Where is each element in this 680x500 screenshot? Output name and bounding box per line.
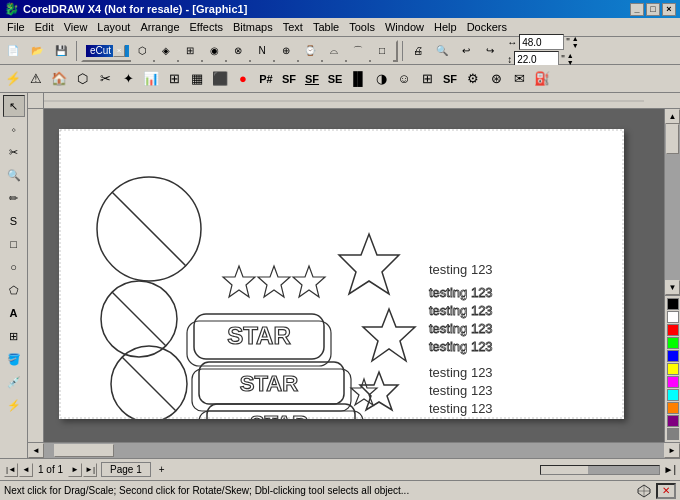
color-purple[interactable] — [667, 415, 679, 427]
tb-btn3[interactable]: 🏠 — [48, 68, 70, 90]
freehand-tool[interactable]: ✏ — [3, 187, 25, 209]
maximize-button[interactable]: □ — [646, 3, 660, 16]
add-page-button[interactable]: + — [159, 464, 165, 475]
x-up[interactable]: ▲ — [572, 35, 579, 42]
color-gray[interactable] — [667, 428, 679, 440]
ecut-btn10[interactable]: ⌒ — [347, 40, 369, 62]
rect-tool[interactable]: □ — [3, 233, 25, 255]
first-page-button[interactable]: |◄ — [4, 463, 18, 477]
tb-btn23[interactable]: ✉ — [508, 68, 530, 90]
tb-btn21[interactable]: ⚙ — [462, 68, 484, 90]
fill-tool[interactable]: 🪣 — [3, 348, 25, 370]
color-yellow[interactable] — [667, 363, 679, 375]
color-magenta[interactable] — [667, 376, 679, 388]
close-button[interactable]: × — [662, 3, 676, 16]
text-tool[interactable]: A — [3, 302, 25, 324]
menu-arrange[interactable]: Arrange — [135, 20, 184, 34]
menu-layout[interactable]: Layout — [92, 20, 135, 34]
y-up[interactable]: ▲ — [567, 52, 574, 59]
menu-help[interactable]: Help — [429, 20, 462, 34]
scroll-down-button[interactable]: ▼ — [665, 280, 680, 295]
menu-effects[interactable]: Effects — [185, 20, 228, 34]
node-tool[interactable]: ⬦ — [3, 118, 25, 140]
menu-bitmaps[interactable]: Bitmaps — [228, 20, 278, 34]
scroll-end[interactable]: ►| — [664, 464, 677, 475]
menu-edit[interactable]: Edit — [30, 20, 59, 34]
prev-page-button[interactable]: ◄ — [19, 463, 33, 477]
redo-btn[interactable]: ↪ — [479, 40, 501, 62]
tb-btn12[interactable]: P# — [255, 68, 277, 90]
zoom-tool[interactable]: 🔍 — [3, 164, 25, 186]
ellipse-tool[interactable]: ○ — [3, 256, 25, 278]
last-page-button[interactable]: ►| — [83, 463, 97, 477]
scroll-right-button[interactable]: ► — [664, 443, 680, 458]
next-page-button[interactable]: ► — [68, 463, 82, 477]
open-button[interactable]: 📂 — [26, 40, 48, 62]
tb-btn13[interactable]: SF — [278, 68, 300, 90]
menu-window[interactable]: Window — [380, 20, 429, 34]
tb-btn18[interactable]: ☺ — [393, 68, 415, 90]
ecut-btn7[interactable]: ⊕ — [275, 40, 297, 62]
tb-btn24[interactable]: ⛽ — [531, 68, 553, 90]
color-green[interactable] — [667, 337, 679, 349]
ecut-btn4[interactable]: ◉ — [203, 40, 225, 62]
ecut-btn3[interactable]: ⊞ — [179, 40, 201, 62]
tb-btn22[interactable]: ⊛ — [485, 68, 507, 90]
tb-btn20[interactable]: SF — [439, 68, 461, 90]
zoom-btn[interactable]: 🔍 — [431, 40, 453, 62]
color-blue[interactable] — [667, 350, 679, 362]
tb-btn17[interactable]: ◑ — [370, 68, 392, 90]
page-tab[interactable]: Page 1 — [101, 462, 151, 477]
color-orange[interactable] — [667, 402, 679, 414]
tb-btn7[interactable]: 📊 — [140, 68, 162, 90]
tb-btn8[interactable]: ⊞ — [163, 68, 185, 90]
color-cyan[interactable] — [667, 389, 679, 401]
polygon-tool[interactable]: ⬠ — [3, 279, 25, 301]
tb-btn19[interactable]: ⊞ — [416, 68, 438, 90]
new-button[interactable]: 📄 — [2, 40, 24, 62]
tb-btn4[interactable]: ⬡ — [71, 68, 93, 90]
ecut-btn1[interactable]: ⬡ — [131, 40, 153, 62]
save-button[interactable]: 💾 — [50, 40, 72, 62]
x-down[interactable]: ▼ — [572, 42, 579, 49]
minimize-button[interactable]: _ — [630, 3, 644, 16]
workspace[interactable]: STAR STAR STAR — [44, 109, 664, 442]
eyedrop-tool[interactable]: 💉 — [3, 371, 25, 393]
ecut-btn6[interactable]: N — [251, 40, 273, 62]
interactive-tool[interactable]: ⚡ — [3, 394, 25, 416]
scroll-left-button[interactable]: ◄ — [28, 443, 44, 458]
menu-dockers[interactable]: Dockers — [462, 20, 512, 34]
tb-btn1[interactable]: ⚡ — [2, 68, 24, 90]
tb-btn14[interactable]: SF — [301, 68, 323, 90]
undo-btn[interactable]: ↩ — [455, 40, 477, 62]
menu-tools[interactable]: Tools — [344, 20, 380, 34]
x-input[interactable] — [519, 34, 564, 50]
menu-view[interactable]: View — [59, 20, 93, 34]
ecut-btn9[interactable]: ⌓ — [323, 40, 345, 62]
crop-tool[interactable]: ✂ — [3, 141, 25, 163]
scroll-up-button[interactable]: ▲ — [665, 109, 680, 124]
tb-btn11[interactable]: ● — [232, 68, 254, 90]
tb-btn15[interactable]: SE — [324, 68, 346, 90]
tb-btn16[interactable]: ▐▌ — [347, 68, 369, 90]
ecut-btn2[interactable]: ◈ — [155, 40, 177, 62]
ecut-btn5[interactable]: ⊗ — [227, 40, 249, 62]
table-tool[interactable]: ⊞ — [3, 325, 25, 347]
scroll-thumb-horiz[interactable] — [54, 444, 114, 457]
tb-btn5[interactable]: ✂ — [94, 68, 116, 90]
tb-btn2[interactable]: ⚠ — [25, 68, 47, 90]
scroll-thumb-vert[interactable] — [666, 124, 679, 154]
tb-btn10[interactable]: ⬛ — [209, 68, 231, 90]
select-tool[interactable]: ↖ — [3, 95, 25, 117]
ecut-btn8[interactable]: ⌚ — [299, 40, 321, 62]
ecut-close-button[interactable]: × — [113, 45, 125, 57]
color-red[interactable] — [667, 324, 679, 336]
tb-btn6[interactable]: ✦ — [117, 68, 139, 90]
smart-draw-tool[interactable]: S — [3, 210, 25, 232]
color-white[interactable] — [667, 311, 679, 323]
menu-text[interactable]: Text — [278, 20, 308, 34]
ecut-btn11[interactable]: □ — [371, 40, 393, 62]
menu-table[interactable]: Table — [308, 20, 344, 34]
tb-btn9[interactable]: ▦ — [186, 68, 208, 90]
print-btn[interactable]: 🖨 — [407, 40, 429, 62]
